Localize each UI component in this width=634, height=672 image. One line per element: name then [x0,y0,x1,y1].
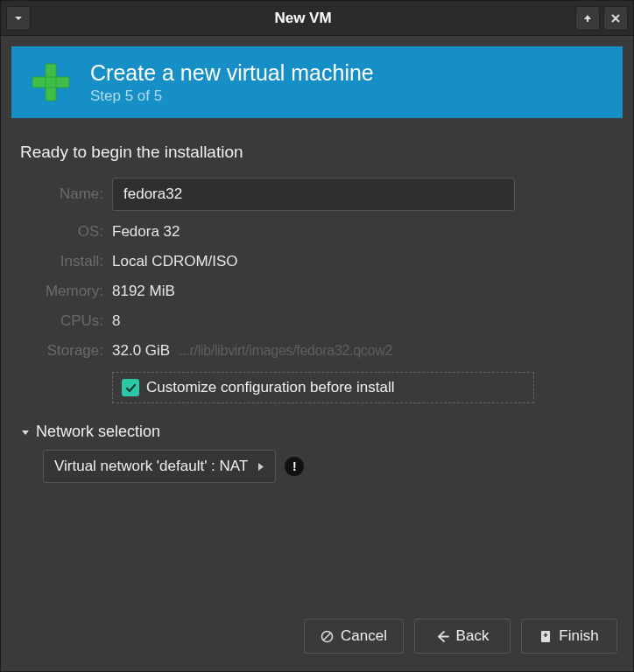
plus-icon [27,59,74,106]
svg-line-5 [324,633,331,640]
new-doc-icon [539,630,552,643]
window-close-button[interactable] [603,6,628,31]
name-input[interactable] [112,178,515,211]
svg-rect-8 [546,633,547,637]
footer-buttons: Cancel Back Finish [1,606,633,671]
label-memory: Memory: [20,283,103,300]
wizard-banner: Create a new virtual machine Step 5 of 5 [11,46,623,118]
value-install: Local CDROM/ISO [112,253,614,270]
close-icon [610,13,621,24]
label-os: OS: [20,223,103,241]
back-button[interactable]: Back [414,619,511,654]
warning-icon: ! [285,457,304,476]
label-storage: Storage: [20,342,103,360]
page-heading: Ready to begin the installation [20,143,614,162]
network-section: Network selection Virtual network 'defau… [20,423,614,483]
network-expander[interactable]: Network selection [20,423,614,441]
value-os: Fedora 32 [112,223,614,241]
window-menu-button[interactable] [6,6,31,31]
content-area: Ready to begin the installation Name: OS… [1,129,633,606]
finish-button[interactable]: Finish [521,619,617,654]
summary-grid: Name: OS: Fedora 32 Install: Local CDROM… [20,178,614,403]
cancel-label: Cancel [341,627,387,645]
network-section-label: Network selection [36,423,160,441]
arrow-up-icon [582,13,593,24]
value-storage-size: 32.0 GiB [112,342,170,360]
network-selected-value: Virtual network 'default' : NAT [54,458,248,475]
triangle-right-icon [257,462,264,472]
arrow-left-icon [436,630,449,643]
window-restore-button[interactable] [575,6,600,31]
customize-checkbox[interactable]: Customize configuration before install [112,372,534,403]
network-select[interactable]: Virtual network 'default' : NAT [43,450,276,483]
banner-title: Create a new virtual machine [90,60,374,86]
customize-label: Customize configuration before install [146,379,394,396]
label-name: Name: [20,186,103,203]
label-cpus: CPUs: [20,312,103,330]
back-label: Back [456,627,490,645]
value-cpus: 8 [112,312,614,330]
cancel-button[interactable]: Cancel [304,619,404,654]
check-icon [122,379,139,396]
value-memory: 8192 MiB [112,283,614,300]
cancel-icon [321,630,334,643]
triangle-down-icon [20,427,31,438]
titlebar: New VM [1,1,633,36]
svg-rect-1 [32,77,69,88]
value-storage-path: ...r/lib/libvirt/images/fedora32.qcow2 [179,343,392,359]
new-vm-window: New VM Create a new virtua [0,0,634,672]
banner-step: Step 5 of 5 [90,88,374,105]
finish-label: Finish [559,627,598,645]
label-install: Install: [20,253,103,270]
chevron-down-icon [14,14,23,23]
window-title: New VM [31,10,575,27]
